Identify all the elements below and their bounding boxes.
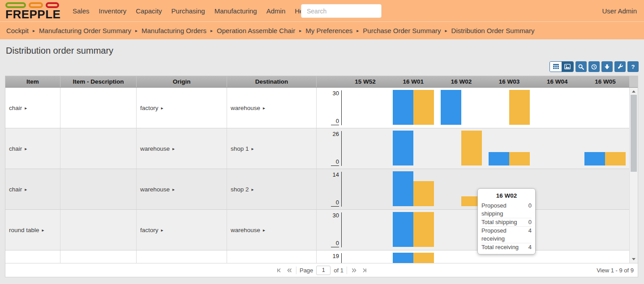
drilldown-caret-icon: ▸ — [263, 106, 265, 110]
origin-text: warehouse — [140, 186, 170, 193]
bar-shipping[interactable] — [584, 152, 605, 165]
item-cell — [5, 250, 60, 263]
destination-cell — [227, 250, 317, 263]
bar-shipping[interactable] — [393, 253, 413, 263]
item-text: chair — [9, 186, 22, 193]
table-row: chair▸warehouse▸shop 2▸140 — [5, 169, 629, 210]
breadcrumb-item-cockpit[interactable]: Cockpit — [6, 27, 29, 34]
pager-divider — [347, 267, 347, 274]
axis-max-label: 26 — [317, 131, 339, 137]
breadcrumb-item-manufacturing-order-summary[interactable]: Manufacturing Order Summary — [39, 27, 131, 34]
item-link[interactable]: round table▸ — [9, 227, 44, 233]
bar-receiving[interactable] — [509, 152, 530, 165]
axis-max-label: 30 — [317, 212, 339, 219]
search-input[interactable] — [301, 4, 382, 18]
bar-receiving[interactable] — [413, 90, 434, 125]
breadcrumb-item-operation-assemble-chair[interactable]: Operation Assemble Chair — [217, 27, 295, 34]
destination-link[interactable]: shop 2▸ — [231, 186, 254, 193]
scrollbar-thumb[interactable] — [631, 95, 637, 172]
page-number-input[interactable] — [316, 266, 331, 275]
clock-icon — [591, 64, 597, 70]
first-page-button[interactable] — [275, 267, 283, 274]
bar-shipping[interactable] — [441, 90, 461, 125]
bar-receiving[interactable] — [413, 253, 434, 263]
tooltip-row: Total receiving4 — [481, 243, 532, 251]
bar-receiving[interactable] — [413, 212, 434, 247]
column-header-destination[interactable]: Destination — [227, 76, 317, 87]
column-header-origin[interactable]: Origin — [137, 76, 227, 87]
toolbar-button-image[interactable] — [562, 62, 573, 72]
origin-link[interactable]: warehouse▸ — [140, 145, 175, 152]
origin-cell: warehouse▸ — [137, 128, 227, 169]
breadcrumb-item-manufacturing-orders[interactable]: Manufacturing Orders — [142, 27, 206, 34]
scrollbar-down-icon[interactable] — [632, 258, 635, 260]
axis-max-label: 19 — [317, 253, 339, 259]
bar-receiving[interactable] — [413, 181, 434, 206]
breadcrumb-separator-icon: ▸ — [210, 28, 213, 33]
item-link[interactable]: chair▸ — [9, 145, 27, 152]
table-row: 19 — [5, 250, 629, 263]
item-link[interactable]: chair▸ — [9, 105, 27, 111]
page-of-label: of 1 — [334, 267, 343, 274]
user-menu[interactable]: User Admin — [602, 0, 637, 21]
bucket-header-16-w02: 16 W02 — [437, 76, 485, 87]
destination-link[interactable]: warehouse▸ — [231, 227, 265, 233]
arrow-down-icon — [604, 64, 610, 70]
column-header-item-description[interactable]: Item - Description — [60, 76, 137, 87]
toolbar-button-search[interactable] — [575, 61, 587, 72]
nav-item-sales[interactable]: Sales — [73, 7, 90, 15]
description-cell — [60, 169, 137, 209]
item-text: round table — [9, 227, 39, 233]
breadcrumb-separator-icon: ▸ — [356, 28, 359, 33]
breadcrumb-item-my-preferences[interactable]: My Preferences — [305, 27, 352, 34]
origin-link[interactable]: warehouse▸ — [140, 186, 175, 193]
drilldown-caret-icon: ▸ — [252, 187, 254, 192]
item-link[interactable]: chair▸ — [9, 186, 27, 193]
previous-page-button[interactable] — [286, 267, 293, 274]
bar-shipping[interactable] — [393, 90, 413, 125]
scrollbar-up-icon[interactable] — [632, 90, 635, 93]
bar-shipping[interactable] — [489, 152, 509, 165]
tooltip-row-value: 4 — [528, 243, 532, 251]
nav-item-inventory[interactable]: Inventory — [99, 7, 127, 15]
drilldown-caret-icon: ▸ — [25, 187, 27, 192]
breadcrumb-item-purchase-order-summary[interactable]: Purchase Order Summary — [363, 27, 441, 34]
next-page-button[interactable] — [350, 267, 357, 274]
axis-max-label: 14 — [317, 171, 339, 178]
axis-zero-label: 0 — [331, 240, 339, 247]
bar-receiving[interactable] — [509, 90, 530, 125]
vertical-scrollbar[interactable] — [629, 88, 638, 263]
toolbar-button-wrench[interactable] — [614, 61, 626, 72]
axis-zero-label: 0 — [331, 199, 339, 207]
toolbar-button-question[interactable]: ? — [627, 61, 639, 72]
column-header-item[interactable]: Item — [5, 76, 60, 87]
nav-item-manufacturing[interactable]: Manufacturing — [215, 7, 257, 15]
bar-shipping[interactable] — [393, 131, 413, 165]
bar-shipping[interactable] — [393, 171, 413, 206]
toolbar-button-grid[interactable] — [550, 62, 562, 72]
destination-cell: warehouse▸ — [227, 88, 317, 128]
nav-item-capacity[interactable]: Capacity — [136, 7, 162, 15]
axis-max-label: 30 — [317, 90, 339, 97]
nav-item-purchasing[interactable]: Purchasing — [172, 7, 205, 15]
nav-menu: SalesInventoryCapacityPurchasingManufact… — [73, 0, 309, 21]
bar-receiving[interactable] — [461, 131, 482, 165]
origin-link[interactable]: factory▸ — [140, 105, 163, 111]
row-chart: 260 — [317, 128, 629, 169]
bar-shipping[interactable] — [393, 212, 413, 247]
destination-link[interactable]: shop 1▸ — [231, 145, 254, 152]
table-row: round table▸factory▸warehouse▸300 — [5, 210, 629, 250]
destination-cell: warehouse▸ — [227, 210, 317, 250]
origin-cell — [137, 250, 227, 263]
frepple-logo[interactable]: FREPPLE — [5, 2, 60, 20]
origin-link[interactable]: factory▸ — [140, 227, 163, 233]
toolbar-button-clock[interactable] — [588, 61, 600, 72]
bar-receiving[interactable] — [605, 152, 626, 165]
question-icon: ? — [631, 64, 635, 70]
destination-link[interactable]: warehouse▸ — [231, 105, 265, 111]
toolbar-button-arrow-down[interactable] — [601, 61, 613, 72]
breadcrumb-item-distribution-order-summary[interactable]: Distribution Order Summary — [451, 27, 535, 34]
nav-item-admin[interactable]: Admin — [266, 7, 286, 15]
last-page-button[interactable] — [361, 267, 368, 274]
item-cell: chair▸ — [5, 128, 60, 169]
